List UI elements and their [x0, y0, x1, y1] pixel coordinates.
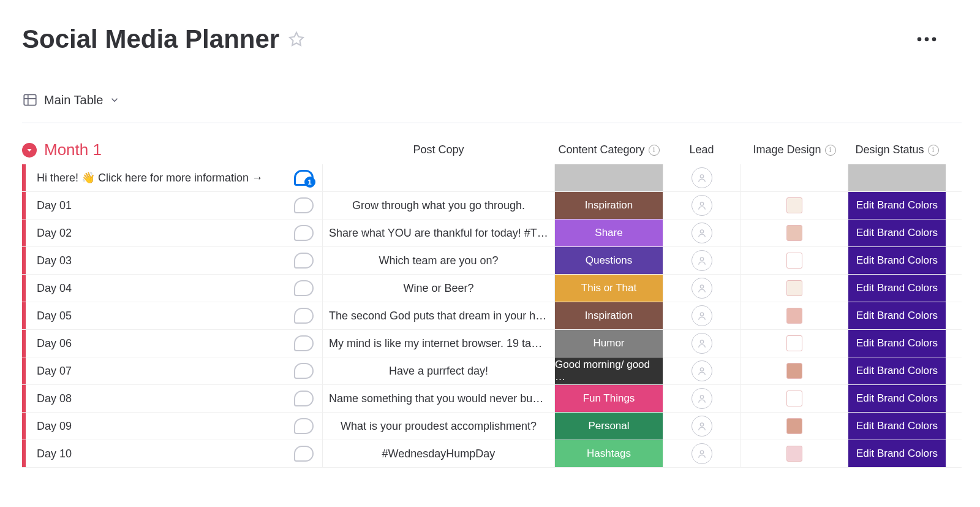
column-header-postcopy[interactable]: Post Copy: [322, 140, 555, 159]
content-category-cell[interactable]: Personal: [555, 413, 663, 440]
table-row[interactable]: Day 07Have a purrfect day!Good morning/ …: [22, 357, 962, 385]
collapse-down-icon[interactable]: [22, 143, 37, 158]
lead-cell[interactable]: [663, 330, 741, 357]
design-status-cell[interactable]: Edit Brand Colors: [848, 247, 946, 274]
content-category-cell[interactable]: Share: [555, 219, 663, 246]
column-header-imagedesign[interactable]: Image Design i: [741, 140, 848, 159]
view-name[interactable]: Main Table: [44, 93, 103, 107]
conversation-icon[interactable]: [285, 219, 322, 246]
conversation-icon[interactable]: [285, 275, 322, 302]
lead-cell[interactable]: [663, 357, 741, 384]
post-copy-cell[interactable]: #WednesdayHumpDay: [322, 440, 555, 467]
lead-cell[interactable]: [663, 440, 741, 467]
image-thumbnail[interactable]: [786, 280, 802, 296]
design-status-cell[interactable]: Edit Brand Colors: [848, 302, 946, 329]
design-status-cell[interactable]: Edit Brand Colors: [848, 440, 946, 467]
group-toggle[interactable]: Month 1: [22, 140, 322, 159]
info-icon[interactable]: i: [649, 145, 660, 156]
column-header-designstatus[interactable]: Design Status i: [848, 140, 946, 159]
post-copy-cell[interactable]: The second God puts that dream in your h…: [322, 302, 555, 329]
row-name[interactable]: Day 04: [26, 275, 285, 302]
post-copy-cell[interactable]: Grow through what you go through.: [322, 192, 555, 219]
image-thumbnail[interactable]: [786, 253, 802, 269]
content-category-cell[interactable]: Fun Things: [555, 385, 663, 412]
post-copy-cell[interactable]: [322, 164, 555, 191]
row-name[interactable]: Day 09: [26, 413, 285, 440]
post-copy-cell[interactable]: Share what YOU are thankful for today! #…: [322, 219, 555, 246]
row-name[interactable]: Day 10: [26, 440, 285, 467]
image-design-cell[interactable]: [741, 385, 848, 412]
view-chevron-down-icon[interactable]: [109, 94, 120, 105]
conversation-icon[interactable]: [285, 385, 322, 412]
lead-cell[interactable]: [663, 385, 741, 412]
table-row[interactable]: Day 04Wine or Beer?This or ThatEdit Bran…: [22, 275, 962, 302]
table-row[interactable]: Day 06My mind is like my internet browse…: [22, 330, 962, 357]
image-design-cell[interactable]: [741, 247, 848, 274]
image-design-cell[interactable]: [741, 192, 848, 219]
image-design-cell[interactable]: [741, 330, 848, 357]
design-status-cell[interactable]: [848, 164, 946, 191]
row-name[interactable]: Day 06: [26, 330, 285, 357]
lead-cell[interactable]: [663, 164, 741, 191]
design-status-cell[interactable]: Edit Brand Colors: [848, 192, 946, 219]
info-icon[interactable]: i: [928, 145, 939, 156]
row-name[interactable]: Day 02: [26, 219, 285, 246]
post-copy-cell[interactable]: Which team are you on?: [322, 247, 555, 274]
image-thumbnail[interactable]: [786, 335, 802, 351]
image-thumbnail[interactable]: [786, 197, 802, 213]
lead-cell[interactable]: [663, 247, 741, 274]
lead-cell[interactable]: [663, 413, 741, 440]
table-row[interactable]: Hi there! 👋 Click here for more informat…: [22, 164, 962, 192]
conversation-icon[interactable]: [285, 440, 322, 467]
design-status-cell[interactable]: Edit Brand Colors: [848, 330, 946, 357]
table-row[interactable]: Day 08Name something that you would neve…: [22, 385, 962, 413]
image-thumbnail[interactable]: [786, 308, 802, 324]
design-status-cell[interactable]: Edit Brand Colors: [848, 413, 946, 440]
lead-cell[interactable]: [663, 192, 741, 219]
row-name[interactable]: Hi there! 👋 Click here for more informat…: [26, 164, 285, 191]
conversation-icon[interactable]: [285, 330, 322, 357]
image-design-cell[interactable]: [741, 302, 848, 329]
image-design-cell[interactable]: [741, 164, 848, 191]
design-status-cell[interactable]: Edit Brand Colors: [848, 219, 946, 246]
conversation-icon[interactable]: 1: [285, 164, 322, 191]
content-category-cell[interactable]: This or That: [555, 275, 663, 302]
image-design-cell[interactable]: [741, 275, 848, 302]
design-status-cell[interactable]: Edit Brand Colors: [848, 357, 946, 384]
image-thumbnail[interactable]: [786, 418, 802, 434]
info-icon[interactable]: i: [825, 145, 836, 156]
image-thumbnail[interactable]: [786, 225, 802, 241]
image-thumbnail[interactable]: [786, 446, 802, 462]
conversation-icon[interactable]: [285, 357, 322, 384]
table-row[interactable]: Day 05The second God puts that dream in …: [22, 302, 962, 330]
conversation-icon[interactable]: [285, 302, 322, 329]
image-thumbnail[interactable]: [786, 391, 802, 406]
column-header-category[interactable]: Content Category i: [555, 140, 663, 159]
post-copy-cell[interactable]: Name something that you would never buy …: [322, 385, 555, 412]
post-copy-cell[interactable]: My mind is like my internet browser. 19 …: [322, 330, 555, 357]
content-category-cell[interactable]: Good morning/ good …: [555, 357, 663, 384]
post-copy-cell[interactable]: Wine or Beer?: [322, 275, 555, 302]
content-category-cell[interactable]: Questions: [555, 247, 663, 274]
image-design-cell[interactable]: [741, 357, 848, 384]
content-category-cell[interactable]: [555, 164, 663, 191]
row-name[interactable]: Day 07: [26, 357, 285, 384]
image-thumbnail[interactable]: [786, 363, 802, 379]
favorite-star-icon[interactable]: [288, 31, 305, 48]
more-options-icon[interactable]: [916, 36, 937, 42]
column-header-lead[interactable]: Lead: [663, 140, 741, 159]
content-category-cell[interactable]: Inspiration: [555, 192, 663, 219]
row-name[interactable]: Day 05: [26, 302, 285, 329]
row-name[interactable]: Day 08: [26, 385, 285, 412]
conversation-icon[interactable]: [285, 247, 322, 274]
lead-cell[interactable]: [663, 302, 741, 329]
post-copy-cell[interactable]: Have a purrfect day!: [322, 357, 555, 384]
conversation-icon[interactable]: [285, 413, 322, 440]
table-row[interactable]: Day 02Share what YOU are thankful for to…: [22, 219, 962, 247]
post-copy-cell[interactable]: What is your proudest accomplishment?: [322, 413, 555, 440]
image-design-cell[interactable]: [741, 440, 848, 467]
design-status-cell[interactable]: Edit Brand Colors: [848, 275, 946, 302]
content-category-cell[interactable]: Inspiration: [555, 302, 663, 329]
row-name[interactable]: Day 01: [26, 192, 285, 219]
row-name[interactable]: Day 03: [26, 247, 285, 274]
